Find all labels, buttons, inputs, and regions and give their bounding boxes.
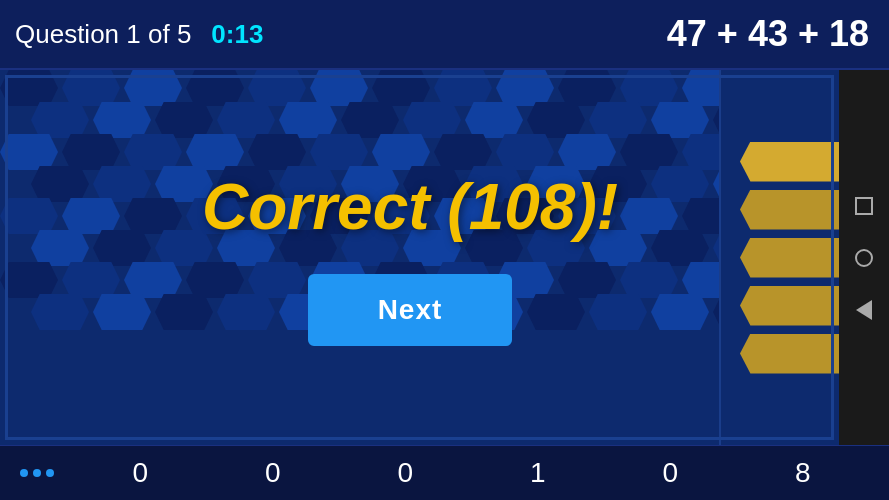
score-digit-3: 1 [472,457,605,489]
score-digit-4: 0 [604,457,737,489]
score-digit-1: 0 [207,457,340,489]
question-label: Question 1 of 5 [15,19,191,50]
correct-message: Correct (108)! [202,170,618,244]
center-overlay: Correct (108)! Next [0,70,820,445]
hex-background: Correct (108)! Next [0,70,820,445]
header-bar: Question 1 of 5 0:13 47 + 43 + 18 [0,0,889,70]
score-dot-2 [33,469,41,477]
score-digit-2: 0 [339,457,472,489]
score-dot-3 [46,469,54,477]
equation-display: 47 + 43 + 18 [667,13,869,55]
system-nav-bar [839,70,889,445]
next-button[interactable]: Next [308,274,513,346]
circle-icon[interactable] [853,247,875,269]
back-icon[interactable] [853,299,875,321]
square-icon[interactable] [853,195,875,217]
score-digit-0: 0 [74,457,207,489]
header-left: Question 1 of 5 0:13 [15,19,263,50]
timer-display: 0:13 [211,19,263,50]
game-area: Correct (108)! Next [0,70,889,445]
score-dots [20,469,54,477]
score-values: 0 0 0 1 0 8 [74,457,869,489]
score-bar: 0 0 0 1 0 8 [0,445,889,500]
score-digit-5: 8 [737,457,870,489]
score-dot-1 [20,469,28,477]
